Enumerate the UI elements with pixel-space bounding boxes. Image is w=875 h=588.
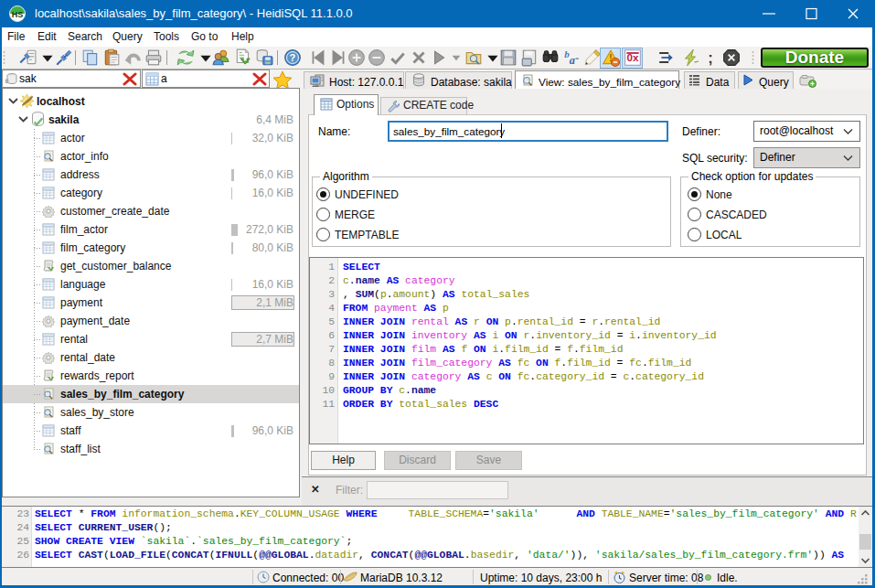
svg-text:a: a: [570, 54, 575, 67]
svg-text:;: ;: [708, 49, 713, 67]
svg-text:?: ?: [290, 52, 296, 63]
svg-text:HS: HS: [12, 10, 24, 19]
